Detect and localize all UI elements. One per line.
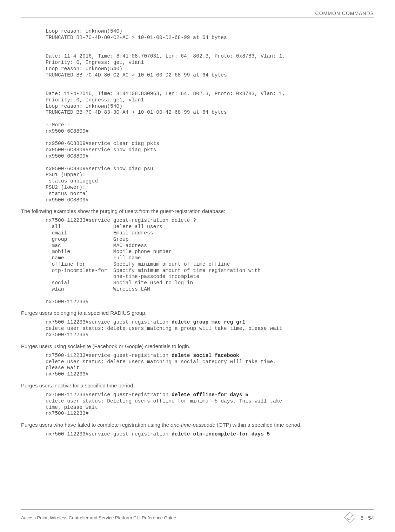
svg-marker-0	[344, 512, 355, 523]
code-4c: delete user status: delete users matchin…	[46, 359, 276, 377]
paragraph-1: The following examples show the purging …	[21, 207, 374, 215]
code-block-1: Loop reason: Unknown(540) TRUNCATED BB-7…	[46, 28, 374, 203]
code-3c: delete user status: delete users matchin…	[46, 326, 282, 338]
page-header: COMMON COMMANDS	[21, 11, 374, 18]
code-6b-bold: delete otp-incomplete-for days 5	[172, 431, 270, 437]
para-5a: Purges users who have failed to complete…	[21, 422, 170, 428]
code-3b-bold: delete group mac_reg_gr1	[172, 319, 245, 325]
code-5b-bold: delete offline-for days 5	[172, 392, 248, 398]
para-5b-italic: one-time-passcode	[170, 422, 215, 428]
code-5a: nx7500-112233#service guest-registration	[46, 392, 172, 398]
page-number: 5 - 54	[361, 515, 374, 521]
paragraph-5: Purges users who have failed to complete…	[21, 421, 374, 428]
code-block-5: nx7500-112233#service guest-registration…	[46, 392, 374, 417]
code-3a: nx7500-112233#service guest-registration	[46, 319, 172, 325]
code-block-6: nx7500-112233#service guest-registration…	[46, 431, 374, 438]
paragraph-3: Purges users using social-site (Facebook…	[21, 343, 374, 350]
header-title: COMMON COMMANDS	[315, 11, 374, 16]
page-footer: Access Point, Wireless Controller and Se…	[21, 509, 374, 524]
code-4b-bold: delete social facebook	[172, 353, 239, 358]
code-4a: nx7500-112233#service guest-registration	[46, 353, 172, 358]
code-block-4: nx7500-112233#service guest-registration…	[46, 353, 374, 378]
checkmark-logo-icon	[344, 512, 356, 524]
code-6a: nx7500-112233#service guest-registration	[46, 431, 172, 437]
code-block-3: nx7500-112233#service guest-registration…	[46, 319, 374, 338]
footer-left: Access Point, Wireless Controller and Se…	[21, 515, 176, 520]
paragraph-2: Purges users belonging to a specified RA…	[21, 309, 374, 317]
para-5c: (OTP) within a specified time period.	[215, 422, 302, 428]
paragraph-4: Purges users inactive for a specified ti…	[21, 382, 374, 389]
code-block-2: nx7500-112233#service guest-registration…	[46, 218, 374, 305]
code-5c: delete user status: Deleting users offli…	[46, 398, 282, 417]
